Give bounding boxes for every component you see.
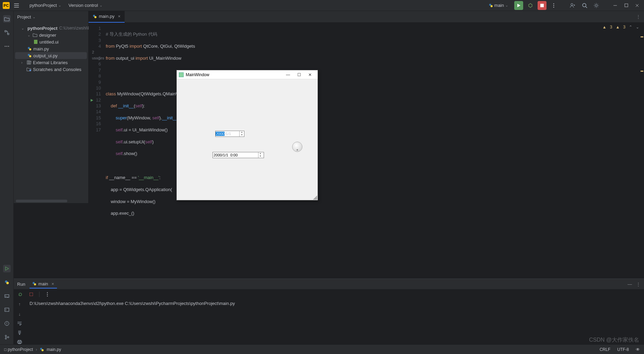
run-tab-main[interactable]: main × [30, 280, 57, 288]
tab-more-icon[interactable]: ⋮ [636, 14, 641, 19]
soft-wrap-icon[interactable] [17, 321, 22, 326]
code-with-me-icon[interactable] [568, 1, 577, 10]
inspection-indicator[interactable]: ▲3 ▲3 ⌃ ⌄ [602, 25, 639, 30]
scroll-to-end-icon[interactable] [18, 330, 22, 335]
up-arrow-icon[interactable]: ↑ [19, 302, 21, 307]
line-ending-indicator[interactable]: CRLF [600, 347, 610, 352]
tree-file-main-py[interactable]: main.py [15, 45, 87, 52]
stop-button[interactable] [538, 1, 547, 10]
breadcrumb-segment[interactable]: □ pythonProject [4, 347, 33, 352]
more-tools-icon[interactable] [3, 43, 11, 50]
date-edit[interactable]: 2000/1/1 ▲▼ [215, 131, 244, 137]
tree-file-output-ui-py[interactable]: output_ui.py [15, 52, 87, 59]
tree-folder-designer[interactable]: ⌄ designer [15, 32, 87, 38]
chevron-down-icon: ⌄ [58, 3, 62, 7]
services-icon[interactable] [3, 292, 11, 300]
datetime-edit[interactable]: ▲▼ [212, 152, 264, 158]
python-icon [32, 282, 36, 286]
spin-buttons[interactable]: ▲▼ [239, 131, 244, 137]
svg-point-14 [6, 46, 7, 47]
spin-down-icon[interactable]: ▼ [240, 134, 244, 137]
window-minimize-icon[interactable] [611, 1, 619, 10]
terminal-icon[interactable] [3, 306, 11, 314]
debug-button[interactable] [526, 1, 535, 10]
svg-point-4 [553, 3, 554, 4]
warning-count: 3 [623, 25, 625, 30]
resize-grip-icon[interactable] [313, 196, 317, 200]
breadcrumb-segment[interactable]: main.py [47, 347, 61, 352]
svg-point-8 [583, 3, 586, 7]
tree-external-libraries[interactable]: › External Libraries [15, 59, 87, 66]
project-name-label: pythonProject [30, 3, 57, 8]
status-bar: □ pythonProject › main.py CRLF UTF-8 👁 [0, 344, 644, 354]
chevron-down-icon: ⌄ [100, 3, 103, 7]
main-menu-icon[interactable] [14, 3, 19, 8]
qt-minimize-icon[interactable]: — [283, 72, 294, 77]
panel-more-icon[interactable]: ⋮ [636, 282, 641, 287]
chevron-right-icon: › [21, 61, 25, 64]
horizontal-scrollbar[interactable] [16, 200, 67, 202]
chevron-down-icon: ⌄ [505, 3, 509, 7]
error-stripe[interactable] [640, 23, 644, 279]
python-icon [27, 47, 32, 51]
run-tool-icon[interactable] [3, 265, 11, 272]
down-arrow-icon[interactable]: ↓ [19, 311, 21, 317]
chevron-down-icon: ⌄ [33, 15, 36, 19]
svg-rect-12 [8, 33, 9, 35]
print-icon[interactable] [17, 340, 22, 344]
settings-icon[interactable] [592, 1, 601, 10]
project-dropdown[interactable]: pythonProject ⌄ [26, 3, 65, 8]
run-panel-title: Run [17, 282, 25, 287]
close-tab-icon[interactable]: × [117, 14, 121, 19]
run-tool-window: Run main × — ⋮ ↑ ↓ D:\Users\zwshi\anacon… [14, 279, 644, 344]
encoding-indicator[interactable]: UTF-8 [617, 347, 629, 352]
window-close-icon[interactable] [633, 1, 641, 10]
tree-scratches[interactable]: › Scratches and Consoles [15, 66, 87, 73]
datetime-input[interactable] [213, 153, 258, 157]
run-output[interactable]: D:\Users\zwshi\anaconda3\envs\d2l\python… [27, 299, 644, 344]
svg-point-6 [553, 7, 554, 8]
spin-up-icon[interactable]: ▲ [258, 152, 262, 155]
dial-widget[interactable] [292, 142, 302, 152]
chevron-icon: ⌄ [636, 25, 639, 30]
toolbar-more-icon[interactable] [44, 291, 50, 297]
qt-close-icon[interactable]: ✕ [304, 72, 315, 77]
qt-maximize-icon[interactable]: ☐ [294, 72, 304, 77]
qt-title-bar[interactable]: MainWindow — ☐ ✕ [177, 70, 318, 79]
stop-icon[interactable] [28, 291, 34, 297]
svg-rect-10 [625, 4, 628, 7]
rerun-icon[interactable] [17, 291, 23, 297]
qt-body: 2000/1/1 ▲▼ ▲▼ [177, 79, 318, 200]
tree-file-untitled-ui[interactable]: untitled.ui [15, 38, 87, 45]
tree-root[interactable]: ⌄ pythonProject C:\Users\zwshi\Pych [15, 25, 87, 32]
version-control-dropdown[interactable]: Version control ⌄ [65, 3, 106, 8]
svg-point-38 [47, 292, 48, 293]
run-config-selector[interactable]: main ⌄ [486, 3, 511, 8]
window-maximize-icon[interactable] [622, 1, 630, 10]
spin-up-icon[interactable]: ▲ [240, 131, 244, 134]
tree-root-name: pythonProject [27, 26, 57, 31]
minimize-panel-icon[interactable]: — [628, 282, 632, 287]
svg-point-45 [42, 349, 44, 351]
run-button[interactable] [514, 1, 523, 10]
close-icon[interactable]: × [50, 281, 54, 286]
project-tool-icon[interactable] [3, 15, 11, 23]
structure-tool-icon[interactable] [3, 29, 11, 36]
svg-point-13 [4, 46, 5, 47]
editor-tab-main-py[interactable]: main.py × [89, 11, 125, 23]
editor-tab-bar: main.py × ⋮ [89, 11, 644, 23]
svg-point-15 [8, 46, 9, 47]
run-config-label: main [494, 3, 504, 8]
reader-mode-icon[interactable]: 👁 [636, 347, 640, 352]
search-icon[interactable] [580, 1, 589, 10]
project-panel: Project ⌄ ⌄ pythonProject C:\Users\zwshi… [14, 11, 89, 203]
problems-icon[interactable] [3, 320, 11, 327]
more-actions-icon[interactable] [549, 1, 558, 10]
vcs-tool-icon[interactable] [3, 333, 11, 341]
code-editor[interactable]: 1234 2 usages 567891011 ▶12 1314151617 #… [89, 23, 644, 279]
project-panel-header[interactable]: Project ⌄ [14, 11, 88, 23]
spin-down-icon[interactable]: ▼ [258, 155, 262, 158]
run-gutter-icon[interactable]: ▶ [91, 97, 93, 103]
line-gutter: 1234 2 usages 567891011 ▶12 1314151617 [89, 23, 106, 279]
python-console-icon[interactable] [3, 279, 11, 286]
